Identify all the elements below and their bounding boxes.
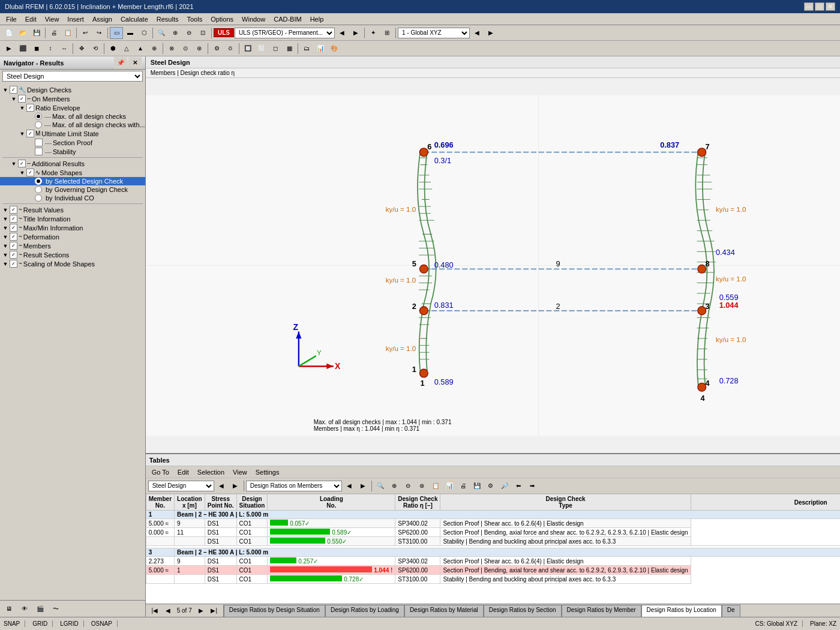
- t2-btn10[interactable]: ▲: [134, 43, 147, 55]
- t2-btn20[interactable]: ▦: [283, 43, 296, 55]
- render-btn[interactable]: ✦: [367, 27, 380, 39]
- table-row[interactable]: 5.000 ≈ 1 DS1 CO1 1.044 ! SP6200.00 Sect…: [146, 566, 840, 575]
- t-btn6[interactable]: 📊: [443, 480, 456, 492]
- radio-max-all[interactable]: [35, 113, 42, 120]
- tables-type-next[interactable]: ▶: [356, 480, 370, 492]
- t2-btn1[interactable]: ▶: [2, 43, 16, 55]
- t2-btn17[interactable]: 🔲: [241, 43, 254, 55]
- print2-btn[interactable]: 📋: [61, 27, 74, 39]
- menu-file[interactable]: File: [2, 15, 20, 23]
- expand-ratio[interactable]: ▼: [18, 105, 26, 111]
- tables-prev[interactable]: ◀: [215, 480, 228, 492]
- expand-ti[interactable]: ▼: [1, 216, 10, 222]
- t2-btn14[interactable]: ⊛: [193, 43, 206, 55]
- expand-rs[interactable]: ▼: [1, 252, 10, 258]
- view3d-btn[interactable]: ⬡: [137, 27, 151, 39]
- t2-btn21[interactable]: 🗂: [300, 43, 313, 55]
- menu-view[interactable]: View: [41, 15, 63, 23]
- t-btn11[interactable]: ⬅: [512, 480, 525, 492]
- tables-next[interactable]: ▶: [229, 480, 242, 492]
- tree-additional[interactable]: ▼ ✓ ╌ Additional Results: [0, 159, 145, 168]
- expand-scl[interactable]: ▼: [1, 261, 10, 267]
- check-ratio-envelope[interactable]: ✓: [26, 104, 34, 112]
- tables-type-prev[interactable]: ◀: [343, 480, 356, 492]
- radio-by-individual[interactable]: [35, 194, 42, 202]
- uls-combo[interactable]: ULS (STR/GEO) - Permanent...: [235, 28, 335, 38]
- t2-btn18[interactable]: ⬜: [255, 43, 268, 55]
- undo-btn[interactable]: ↩: [79, 27, 92, 39]
- maximize-button[interactable]: □: [815, 2, 824, 11]
- tab-design-location[interactable]: Design Ratios by Location: [641, 605, 722, 617]
- nav-close[interactable]: ✕: [128, 57, 142, 69]
- t2-btn12[interactable]: ⊗: [165, 43, 178, 55]
- minimize-button[interactable]: —: [804, 2, 814, 11]
- next-page[interactable]: ▶: [194, 605, 208, 617]
- t-btn10[interactable]: 🔎: [498, 480, 511, 492]
- t2-btn6[interactable]: ✥: [75, 43, 88, 55]
- t-btn5[interactable]: 📋: [429, 480, 442, 492]
- new-btn[interactable]: 📄: [2, 27, 16, 39]
- t2-btn19[interactable]: ◻: [269, 43, 282, 55]
- menu-window[interactable]: Window: [238, 15, 269, 23]
- nav-dropdown[interactable]: Steel Design: [2, 71, 143, 82]
- table-row[interactable]: 0.000 ≈ 11 DS1 CO1 0.589✓ SP6200.00 Sect…: [146, 528, 840, 537]
- menu-tools[interactable]: Tools: [183, 15, 206, 23]
- check-mode-shapes[interactable]: ✓: [26, 169, 34, 176]
- tree-on-members[interactable]: ▼ ✓ ╌ On Members: [0, 94, 145, 103]
- prev-page[interactable]: ◀: [161, 605, 175, 617]
- table-row[interactable]: DS1 CO1 0.550✓ ST3100.00 Stability | Ben…: [146, 537, 840, 546]
- tree-max-all[interactable]: — Max. of all design checks: [0, 112, 145, 121]
- zoom-btn[interactable]: 🔍: [155, 27, 168, 39]
- view-prev[interactable]: ◀: [470, 27, 484, 39]
- save-btn[interactable]: 💾: [30, 27, 43, 39]
- select-btn[interactable]: ▭: [110, 27, 123, 39]
- menu-calculate[interactable]: Calculate: [117, 15, 152, 23]
- menu-cadbim[interactable]: CAD-BIM: [270, 15, 305, 23]
- nav-pin[interactable]: 📌: [114, 57, 127, 69]
- t2-btn5[interactable]: ↔: [58, 43, 71, 55]
- close-button[interactable]: ✕: [826, 2, 835, 11]
- tree-deformation[interactable]: ▼ ✓ ~ Deformation: [0, 232, 145, 241]
- tables-goto[interactable]: Go To: [148, 468, 173, 476]
- menu-assign[interactable]: Assign: [89, 15, 116, 23]
- table-row[interactable]: 2.273 9 DS1 CO1 0.257✓ SP3400.02 Section…: [146, 557, 840, 566]
- fit-btn[interactable]: ⊡: [196, 27, 209, 39]
- tree-members[interactable]: ▼ ✓ ~ Members: [0, 241, 145, 250]
- radio-max-all-with[interactable]: [35, 121, 42, 128]
- check-design-checks[interactable]: ✓: [10, 86, 17, 94]
- prev-combo[interactable]: ◀: [335, 27, 349, 39]
- expand-mode[interactable]: ▼: [18, 170, 26, 176]
- nav-btn3[interactable]: 🎬: [34, 603, 47, 615]
- table-row[interactable]: 5.000 ≈ 9 DS1 CO1 0.057✓ SP3400.02 Secti…: [146, 519, 840, 528]
- table-row[interactable]: DS1 CO1 0.728✓ ST3100.00 Stability | Ben…: [146, 575, 840, 584]
- tables-selection[interactable]: Selection: [194, 468, 228, 476]
- tables-view[interactable]: View: [229, 468, 251, 476]
- tables-settings[interactable]: Settings: [252, 468, 283, 476]
- box-btn[interactable]: ▬: [124, 27, 137, 39]
- check-additional[interactable]: ✓: [18, 160, 26, 167]
- t-btn3[interactable]: ⊖: [401, 480, 415, 492]
- tab-design-member[interactable]: Design Ratios by Member: [562, 605, 641, 617]
- t2-btn15[interactable]: ⚙: [210, 43, 223, 55]
- nav-btn4[interactable]: 〜: [49, 603, 62, 615]
- next-combo[interactable]: ▶: [349, 27, 362, 39]
- check-section-proof[interactable]: [35, 139, 43, 146]
- print-btn[interactable]: 🖨: [47, 27, 61, 39]
- tables-type-combo[interactable]: Design Ratios on Members: [246, 481, 342, 491]
- expand-on-members[interactable]: ▼: [10, 96, 18, 102]
- expand-additional[interactable]: ▼: [10, 161, 18, 167]
- tree-result-values[interactable]: ▼ ✓ ~ Result Values: [0, 205, 145, 214]
- menu-options[interactable]: Options: [207, 15, 237, 23]
- radio-by-selected[interactable]: [35, 178, 42, 185]
- tab-design-situation[interactable]: Design Ratios by Design Situation: [224, 605, 325, 617]
- tree-stability[interactable]: — Stability: [0, 147, 145, 156]
- tree-scaling[interactable]: ▼ ✓ ~ Scaling of Mode Shapes: [0, 259, 145, 268]
- t-btn2[interactable]: ⊕: [388, 480, 401, 492]
- check-title-info[interactable]: ✓: [10, 215, 17, 223]
- check-members[interactable]: ✓: [10, 242, 17, 250]
- tree-section-proof[interactable]: — Section Proof: [0, 138, 145, 147]
- t-btn1[interactable]: 🔍: [374, 480, 387, 492]
- menu-insert[interactable]: Insert: [64, 15, 88, 23]
- open-btn[interactable]: 📂: [16, 27, 29, 39]
- menu-help[interactable]: Help: [307, 15, 328, 23]
